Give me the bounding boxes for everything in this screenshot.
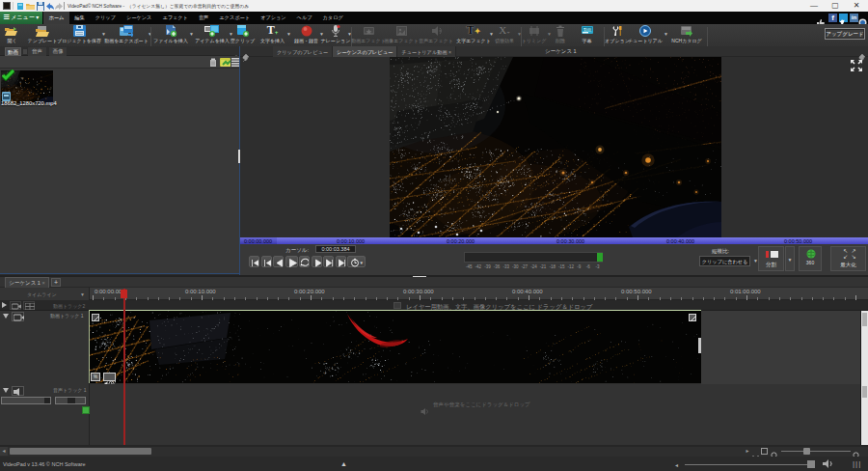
svg-text:動画: 動画 (583, 27, 591, 32)
